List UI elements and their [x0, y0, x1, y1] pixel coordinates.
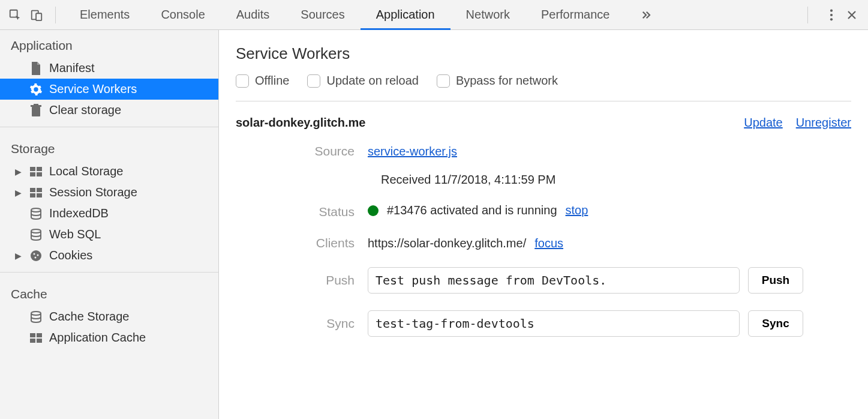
svg-rect-13 [30, 188, 35, 192]
svg-point-21 [37, 254, 39, 256]
status-label: Status [236, 205, 368, 219]
svg-point-22 [35, 256, 37, 258]
grid-icon [29, 333, 43, 343]
gear-icon [29, 83, 43, 96]
sync-button[interactable]: Sync [748, 310, 803, 337]
sidebar-section-cache: Cache [0, 279, 218, 306]
database-icon [29, 311, 43, 323]
svg-point-17 [31, 208, 41, 212]
sw-global-options: Offline Update on reload Bypass for netw… [236, 74, 851, 101]
tab-elements[interactable]: Elements [64, 0, 145, 29]
status-text: #13476 activated and is running [387, 203, 557, 217]
tab-console[interactable]: Console [145, 0, 220, 29]
update-on-reload-checkbox[interactable]: Update on reload [307, 74, 418, 88]
svg-point-23 [31, 312, 41, 315]
svg-rect-10 [37, 167, 42, 171]
source-label: Source [236, 144, 368, 158]
close-icon[interactable] [846, 10, 857, 20]
database-icon [29, 229, 43, 241]
status-dot-icon [368, 205, 379, 216]
kebab-menu-icon[interactable] [830, 8, 833, 22]
svg-rect-26 [30, 339, 35, 343]
svg-rect-6 [32, 107, 40, 116]
tab-overflow[interactable] [625, 0, 667, 29]
tab-performance[interactable]: Performance [525, 0, 626, 29]
application-sidebar: Application ▶ Manifest ▶ Service Workers… [0, 30, 219, 419]
source-file-link[interactable]: service-worker.js [368, 145, 457, 158]
divider [807, 7, 808, 23]
cookie-icon [29, 250, 43, 262]
sync-label: Sync [236, 316, 368, 331]
pane-title: Service Workers [236, 44, 851, 63]
database-icon [29, 208, 43, 220]
update-link[interactable]: Update [744, 116, 783, 130]
svg-rect-27 [37, 339, 42, 343]
push-input[interactable] [368, 267, 740, 294]
received-text: Received 11/7/2018, 4:11:59 PM [236, 173, 851, 187]
sidebar-item-manifest[interactable]: ▶ Manifest [0, 58, 218, 79]
svg-rect-11 [30, 172, 35, 176]
sidebar-item-session-storage[interactable]: ▶ Session Storage [0, 182, 218, 203]
caret-right-icon: ▶ [13, 167, 23, 176]
grid-icon [29, 188, 43, 197]
clients-label: Clients [236, 236, 368, 250]
svg-point-5 [830, 18, 833, 20]
sw-origin: solar-donkey.glitch.me [236, 116, 744, 130]
unregister-link[interactable]: Unregister [796, 116, 851, 130]
inspect-icon[interactable] [8, 8, 22, 22]
sidebar-item-indexeddb[interactable]: ▶ IndexedDB [0, 203, 218, 224]
svg-point-20 [34, 253, 35, 255]
sidebar-section-storage: Storage [0, 133, 218, 161]
devtools-tabbar: Elements Console Audits Sources Applicat… [0, 0, 868, 30]
svg-point-3 [830, 9, 833, 11]
service-workers-pane: Service Workers Offline Update on reload… [219, 30, 868, 419]
sidebar-item-clear-storage[interactable]: ▶ Clear storage [0, 100, 218, 121]
sidebar-item-local-storage[interactable]: ▶ Local Storage [0, 161, 218, 182]
svg-rect-8 [34, 104, 38, 106]
tab-sources[interactable]: Sources [285, 0, 360, 29]
trash-icon [29, 104, 43, 117]
svg-point-4 [830, 13, 833, 16]
svg-rect-2 [36, 13, 41, 20]
sidebar-item-cookies[interactable]: ▶ Cookies [0, 245, 218, 266]
sidebar-item-application-cache[interactable]: ▶ Application Cache [0, 327, 218, 348]
divider [55, 7, 56, 23]
client-url: https://solar-donkey.glitch.me/ [368, 237, 526, 250]
caret-right-icon: ▶ [13, 251, 23, 261]
push-label: Push [236, 273, 368, 288]
focus-link[interactable]: focus [534, 237, 563, 250]
caret-right-icon: ▶ [13, 188, 23, 197]
sidebar-item-cache-storage[interactable]: ▶ Cache Storage [0, 306, 218, 327]
sidebar-item-websql[interactable]: ▶ Web SQL [0, 224, 218, 245]
sidebar-item-service-workers[interactable]: ▶ Service Workers [0, 79, 218, 100]
grid-icon [29, 167, 43, 176]
offline-checkbox[interactable]: Offline [236, 74, 289, 88]
sidebar-section-application: Application [0, 30, 218, 58]
chevron-right-double-icon [641, 10, 651, 20]
sync-input[interactable] [368, 310, 740, 337]
stop-link[interactable]: stop [566, 203, 588, 217]
tab-application[interactable]: Application [361, 0, 450, 29]
tab-network[interactable]: Network [450, 0, 525, 29]
svg-rect-15 [30, 193, 35, 197]
svg-rect-14 [37, 188, 42, 192]
tab-audits[interactable]: Audits [221, 0, 286, 29]
svg-rect-24 [30, 333, 35, 337]
bypass-network-checkbox[interactable]: Bypass for network [437, 74, 558, 88]
push-button[interactable]: Push [748, 267, 803, 294]
svg-rect-16 [37, 193, 42, 197]
svg-point-18 [31, 229, 41, 233]
svg-rect-25 [37, 333, 42, 337]
device-toolbar-icon[interactable] [30, 8, 43, 22]
file-icon [29, 62, 43, 75]
svg-point-19 [31, 250, 41, 261]
svg-rect-9 [30, 167, 35, 171]
svg-rect-12 [37, 172, 42, 176]
